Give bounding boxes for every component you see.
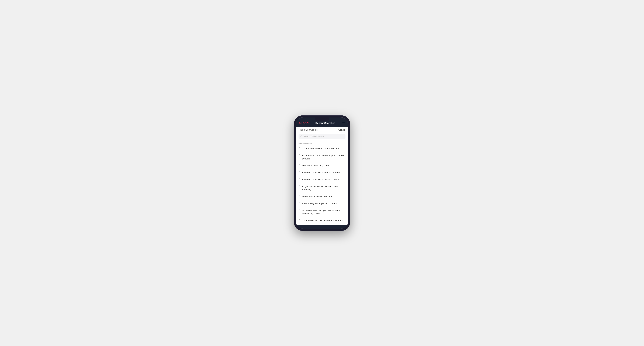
menu-bar-1 bbox=[342, 122, 345, 122]
course-item[interactable]: Dukes Meadows GC, London bbox=[296, 193, 348, 200]
pin-icon bbox=[298, 209, 301, 212]
course-item[interactable]: London Scottish GC, London bbox=[296, 162, 348, 169]
home-bar bbox=[315, 227, 329, 227]
course-name: Brent Valley Municipal GC, London bbox=[302, 202, 337, 205]
nearby-courses-section: Nearby courses Central London Golf Centr… bbox=[296, 141, 348, 225]
course-item[interactable]: Central London Golf Centre, London bbox=[296, 145, 348, 152]
course-name: Richmond Park GC - Duke's, London bbox=[302, 178, 339, 181]
pin-icon bbox=[298, 195, 301, 198]
svg-line-1 bbox=[302, 137, 302, 137]
course-name: North Middlesex GC (1011942 - North Midd… bbox=[302, 209, 346, 215]
menu-bar-2 bbox=[342, 123, 345, 123]
pin-icon bbox=[298, 185, 301, 188]
search-input-wrapper bbox=[298, 134, 346, 139]
course-item[interactable]: North Middlesex GC (1011942 - North Midd… bbox=[296, 207, 348, 217]
search-header: Find a Golf Course Cancel bbox=[296, 127, 348, 132]
course-item[interactable]: Brent Valley Municipal GC, London bbox=[296, 200, 348, 207]
svg-point-2 bbox=[300, 148, 300, 148]
course-name: Dukes Meadows GC, London bbox=[302, 195, 332, 198]
svg-point-3 bbox=[300, 155, 300, 155]
course-name: Central London Golf Centre, London bbox=[302, 147, 339, 150]
app-logo: clippd bbox=[299, 121, 309, 125]
course-item[interactable]: Coombe Hill GC, Kingston upon Thames bbox=[296, 217, 348, 224]
find-golf-course-label: Find a Golf Course bbox=[298, 129, 318, 131]
pin-icon bbox=[298, 202, 301, 205]
menu-icon[interactable] bbox=[342, 122, 345, 124]
pin-icon bbox=[298, 154, 301, 157]
svg-point-11 bbox=[300, 220, 300, 220]
svg-point-7 bbox=[300, 186, 300, 186]
search-icon bbox=[300, 135, 303, 138]
svg-point-9 bbox=[300, 203, 300, 203]
svg-point-10 bbox=[300, 210, 300, 210]
home-indicator bbox=[296, 225, 348, 229]
phone-notch bbox=[315, 118, 329, 121]
pin-icon bbox=[298, 219, 301, 222]
course-item[interactable]: Richmond Park GC - Prince's, Surrey bbox=[296, 169, 348, 176]
nav-title: Recent Searches bbox=[316, 122, 335, 125]
svg-point-5 bbox=[300, 172, 300, 172]
phone-screen: clippd Recent Searches Find a Golf Cours… bbox=[296, 118, 348, 229]
phone-device: clippd Recent Searches Find a Golf Cours… bbox=[294, 115, 350, 231]
search-input[interactable] bbox=[304, 135, 344, 138]
course-name: Richmond Park GC - Prince's, Surrey bbox=[302, 171, 340, 174]
search-input-container bbox=[296, 132, 348, 141]
svg-point-8 bbox=[300, 196, 300, 196]
pin-icon bbox=[298, 178, 301, 181]
pin-icon bbox=[298, 164, 301, 167]
course-name: Roehampton Club - Roehampton, Greater Lo… bbox=[302, 154, 346, 160]
course-name: London Scottish GC, London bbox=[302, 164, 331, 167]
course-item[interactable]: Roehampton Club - Roehampton, Greater Lo… bbox=[296, 152, 348, 162]
nearby-courses-label: Nearby courses bbox=[296, 141, 348, 145]
menu-bar-3 bbox=[342, 124, 345, 124]
course-name: Coombe Hill GC, Kingston upon Thames bbox=[302, 219, 343, 222]
course-item[interactable]: Richmond Park GC - Duke's, London bbox=[296, 176, 348, 183]
svg-point-4 bbox=[300, 165, 300, 165]
pin-icon bbox=[298, 171, 301, 174]
course-name: Royal Wimbledon GC, Great London Authori… bbox=[302, 185, 346, 191]
course-item[interactable]: Royal Wimbledon GC, Great London Authori… bbox=[296, 183, 348, 193]
cancel-button[interactable]: Cancel bbox=[338, 129, 346, 131]
svg-point-6 bbox=[300, 179, 300, 179]
pin-icon bbox=[298, 147, 301, 150]
